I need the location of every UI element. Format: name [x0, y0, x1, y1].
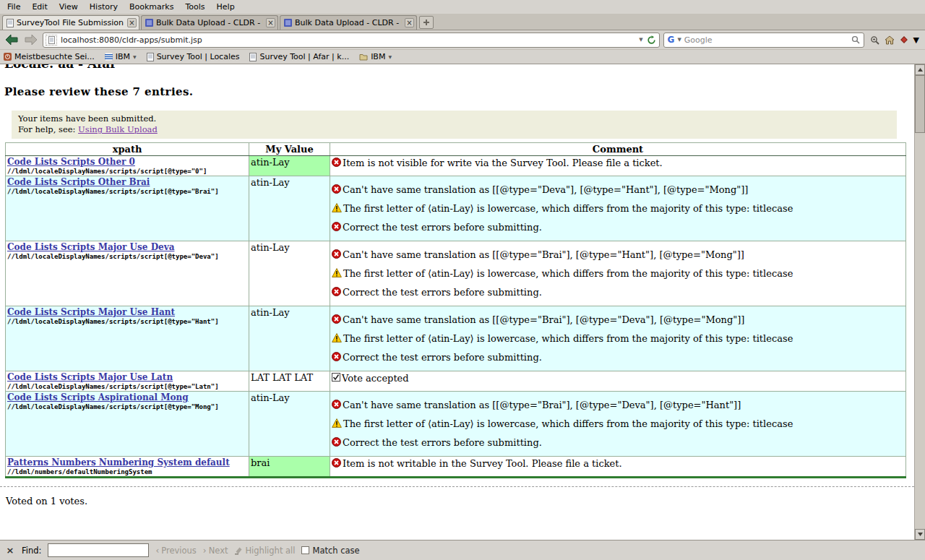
search-box[interactable]: G ▼ Google: [663, 33, 864, 48]
comment-text: Item is not visible for write via the Su…: [343, 157, 663, 169]
url-text[interactable]: localhost:8080/cldr-apps/submit.jsp: [61, 35, 635, 45]
new-tab-button[interactable]: [419, 16, 434, 29]
close-find-icon[interactable]: ×: [5, 545, 15, 556]
match-case-checkbox[interactable]: Match case: [301, 546, 359, 556]
table-row: Code Lists Scripts Other 0//ldml/localeD…: [6, 156, 906, 176]
bookmark-item[interactable]: Survey Tool | Afar | k...: [249, 52, 349, 61]
table-row: Code Lists Scripts Major Use Deva//ldml/…: [6, 241, 906, 306]
menu-help[interactable]: Help: [211, 1, 241, 13]
bulk-upload-link[interactable]: Using Bulk Upload: [78, 124, 158, 134]
comment-text: The first letter of ⟨atin-Lay⟩ is lowerc…: [343, 267, 793, 280]
xpath-link[interactable]: Code Lists Scripts Aspirational Mong: [7, 392, 189, 402]
tab-bar: SurveyTool File Submission | ...×Bulk Da…: [0, 14, 925, 30]
xpath-link[interactable]: Code Lists Scripts Major Use Deva: [7, 242, 174, 252]
error-icon: [332, 314, 341, 324]
comment-line: The first letter of ⟨atin-Lay⟩ is lowerc…: [332, 418, 904, 430]
tab[interactable]: SurveyTool File Submission | ...×: [2, 15, 139, 30]
comment-text: Correct the test errors before submittin…: [343, 351, 542, 363]
comment-text: Correct the test errors before submittin…: [343, 436, 542, 449]
tab-close-icon[interactable]: ×: [405, 18, 414, 27]
menu-history[interactable]: History: [84, 1, 124, 13]
table-row: Code Lists Scripts Major Use Latn//ldml/…: [6, 371, 906, 392]
home-icon[interactable]: [885, 35, 895, 45]
menu-tools[interactable]: Tools: [179, 1, 210, 13]
page: Locale: aa - Afar Please review these 7 …: [0, 64, 914, 540]
find-label: Find:: [22, 546, 41, 556]
bookmark-item[interactable]: IBM▼: [105, 52, 137, 61]
menu-edit[interactable]: Edit: [26, 1, 53, 13]
comment-line: Item is not writable in the Survey Tool.…: [332, 457, 904, 470]
bookmark-item[interactable]: Survey Tool | Locales: [147, 52, 240, 61]
highlight-all-button[interactable]: Highlight all: [234, 546, 295, 556]
menu-file[interactable]: File: [1, 1, 26, 13]
scrollbar-up-button[interactable]: [915, 64, 925, 75]
bookmark-item[interactable]: IBM▼: [359, 52, 392, 61]
addon-icon[interactable]: [900, 35, 908, 44]
my-value-cell: atin-Lay: [249, 241, 330, 306]
warning-icon: [332, 268, 342, 277]
xpath-code: //ldml/localeDisplayNames/scripts/script…: [7, 403, 247, 410]
search-placeholder[interactable]: Google: [684, 35, 848, 45]
xpath-link[interactable]: Code Lists Scripts Other Brai: [7, 177, 150, 187]
comment-line: The first letter of ⟨atin-Lay⟩ is lowerc…: [332, 332, 904, 345]
xpath-code: //ldml/localeDisplayNames/scripts/script…: [7, 383, 247, 390]
review-table-body: Code Lists Scripts Other 0//ldml/localeD…: [6, 156, 906, 478]
comment-line: The first letter of ⟨atin-Lay⟩ is lowerc…: [332, 267, 904, 280]
reload-icon[interactable]: [647, 35, 656, 45]
xpath-link[interactable]: Code Lists Scripts Other 0: [7, 157, 135, 167]
tab[interactable]: Bulk Data Upload - CLDR - Un...×: [280, 15, 417, 30]
page-icon: [7, 19, 14, 27]
chevron-down-icon: ▼: [133, 54, 137, 59]
menu-view[interactable]: View: [53, 1, 84, 13]
scrollbar-thumb[interactable]: [915, 75, 925, 133]
error-icon: [332, 222, 341, 231]
xpath-cell: Code Lists Scripts Major Use Latn//ldml/…: [6, 371, 249, 392]
bookmark-label: Survey Tool | Locales: [157, 52, 240, 61]
find-previous-button[interactable]: ‹Previous: [155, 546, 196, 556]
urlbar-dropdown-icon[interactable]: ▼: [639, 37, 642, 43]
comment-cell: Item is not visible for write via the Su…: [330, 156, 906, 176]
notice-line2-prefix: For help, see:: [18, 124, 78, 134]
comment-cell: Item is not writable in the Survey Tool.…: [330, 457, 906, 478]
find-next-button[interactable]: ›Next: [203, 546, 228, 556]
xpath-code: //ldml/localeDisplayNames/scripts/script…: [7, 188, 247, 195]
site-favicon: [46, 35, 57, 46]
vertical-scrollbar[interactable]: [914, 64, 925, 540]
magnifier-plus-icon[interactable]: [870, 35, 879, 45]
search-engine-dropdown-icon[interactable]: ▼: [677, 37, 681, 43]
comment-line: Correct the test errors before submittin…: [332, 351, 904, 363]
comment-text: Correct the test errors before submittin…: [343, 286, 542, 298]
folder-icon: [359, 53, 368, 61]
bookmark-item[interactable]: Meistbesuchte Sei...: [4, 52, 95, 61]
comment-text: The first letter of ⟨atin-Lay⟩ is lowerc…: [343, 332, 793, 345]
review-heading: Please review these 7 entries.: [4, 85, 914, 98]
tab-close-icon[interactable]: ×: [127, 18, 137, 27]
xpath-link[interactable]: Patterns Numbers Numbering System defaul…: [7, 457, 230, 468]
scrollbar-down-button[interactable]: [915, 529, 925, 540]
address-bar[interactable]: localhost:8080/cldr-apps/submit.jsp ▼: [43, 33, 660, 48]
comment-line: Can't have same translation as [[@type="…: [332, 184, 904, 196]
back-button[interactable]: [4, 32, 20, 48]
error-icon: [332, 458, 341, 468]
xpath-code: //ldml/localeDisplayNames/scripts/script…: [7, 168, 247, 175]
tab-title: SurveyTool File Submission | ...: [17, 18, 124, 27]
tab-close-icon[interactable]: ×: [266, 18, 275, 27]
find-toolbar: × Find: ‹Previous ›Next Highlight all Ma…: [0, 540, 925, 560]
forward-button[interactable]: [23, 32, 39, 48]
magnifier-icon[interactable]: [851, 35, 860, 44]
xpath-link[interactable]: Code Lists Scripts Major Use Latn: [7, 372, 173, 382]
find-input[interactable]: [48, 543, 149, 557]
tab[interactable]: Bulk Data Upload - CLDR - Un...×: [141, 15, 278, 30]
navigation-toolbar: localhost:8080/cldr-apps/submit.jsp ▼ G …: [0, 30, 925, 50]
bookmark-label: Survey Tool | Afar | k...: [259, 52, 349, 61]
xpath-cell: Code Lists Scripts Other Brai//ldml/loca…: [6, 176, 249, 241]
overflow-chevron-icon[interactable]: ▼: [913, 35, 919, 45]
comment-line: Correct the test errors before submittin…: [332, 286, 904, 298]
comment-text: Can't have same translation as [[@type="…: [343, 399, 741, 411]
page-icon: [147, 53, 154, 61]
bookmark-label: IBM: [116, 52, 130, 61]
column-header: My Value: [249, 143, 330, 156]
menu-bookmarks[interactable]: Bookmarks: [124, 1, 179, 13]
xpath-link[interactable]: Code Lists Scripts Major Use Hant: [7, 307, 175, 317]
google-icon: G: [668, 35, 675, 45]
